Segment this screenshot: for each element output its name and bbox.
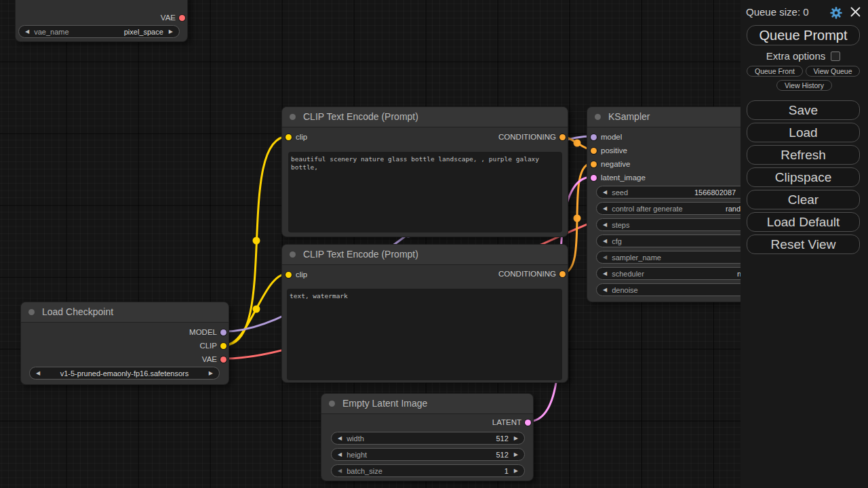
slot-clip-input-label: clip	[296, 268, 307, 281]
height-widget[interactable]: ◀ height 512 ▶	[331, 448, 525, 461]
queue-size-label: Queue size: 0	[746, 6, 809, 18]
node-load-checkpoint[interactable]: Load Checkpoint MODEL CLIP VAE ◀ v1-5-pr…	[20, 302, 229, 385]
view-queue-button[interactable]: View Queue	[806, 66, 860, 77]
prev-value-arrow-icon[interactable]: ◀	[338, 435, 342, 441]
collapse-dot-icon[interactable]	[28, 309, 35, 315]
slot-conditioning-output-label: CONDITIONING	[498, 267, 556, 281]
ckpt-name-widget[interactable]: ◀ v1-5-pruned-emaonly-fp16.safetensors ▶	[29, 367, 220, 380]
refresh-button[interactable]: Refresh	[747, 145, 860, 165]
prev-value-arrow-icon[interactable]: ◀	[603, 189, 607, 195]
comfy-menu-panel: Queue size: 0 Queue Prompt Extra options…	[741, 0, 868, 488]
width-widget[interactable]: ◀ width 512 ▶	[331, 432, 525, 445]
prev-value-arrow-icon[interactable]: ◀	[603, 254, 607, 260]
widget-label: vae_name	[34, 28, 68, 36]
prev-value-arrow-icon[interactable]: ◀	[603, 205, 607, 211]
collapse-dot-icon[interactable]	[595, 114, 601, 120]
reset-view-button[interactable]: Reset View	[747, 235, 860, 254]
next-value-arrow-icon[interactable]: ▶	[169, 28, 173, 35]
save-button[interactable]: Save	[747, 100, 860, 120]
slot-vae-output-label: VAE	[161, 11, 176, 24]
conditioning-output-port[interactable]	[559, 271, 566, 277]
prev-value-arrow-icon[interactable]: ◀	[25, 28, 29, 35]
collapse-dot-icon[interactable]	[329, 401, 335, 407]
prev-value-arrow-icon[interactable]: ◀	[603, 270, 607, 277]
slot-model-output-label: MODEL	[189, 325, 217, 339]
node-load-vae[interactable]: VAE ◀ vae_name pixel_space ▶	[15, 0, 188, 42]
queue-front-button[interactable]: Queue Front	[747, 66, 803, 77]
clipspace-button[interactable]: Clipspace	[747, 167, 860, 187]
collapse-dot-icon[interactable]	[290, 251, 296, 258]
prev-value-arrow-icon[interactable]: ◀	[603, 222, 607, 228]
node-title: Load Checkpoint	[21, 302, 229, 323]
slot-negative-input-label: negative	[601, 157, 630, 171]
clip-input-port[interactable]	[285, 272, 292, 278]
model-output-port[interactable]	[220, 329, 226, 336]
slot-clip-input-label: clip	[296, 130, 307, 144]
negative-input-port[interactable]	[591, 161, 597, 167]
close-icon[interactable]	[850, 6, 861, 18]
extra-options-label: Extra options	[766, 50, 826, 62]
conditioning-output-port[interactable]	[559, 134, 566, 140]
view-history-button[interactable]: View History	[776, 80, 832, 91]
prev-value-arrow-icon[interactable]: ◀	[338, 451, 342, 458]
extra-options-checkbox[interactable]	[831, 52, 840, 61]
queue-prompt-button[interactable]: Queue Prompt	[747, 25, 860, 45]
node-empty-latent-image[interactable]: Empty Latent Image LATENT ◀ width 512 ▶ …	[321, 393, 534, 481]
slot-model-input-label: model	[601, 130, 622, 144]
vae-output-port[interactable]	[179, 15, 185, 21]
clear-button[interactable]: Clear	[747, 190, 860, 209]
node-canvas[interactable]: VAE ◀ vae_name pixel_space ▶ CLIP Text E…	[0, 0, 868, 488]
slot-latent-image-input-label: latent_image	[601, 171, 646, 184]
next-value-arrow-icon[interactable]: ▶	[514, 451, 518, 458]
batch-size-widget[interactable]: ◀ batch_size 1 ▶	[331, 464, 525, 477]
latent-output-port[interactable]	[525, 420, 531, 426]
slot-latent-output-label: LATENT	[492, 415, 521, 429]
load-button[interactable]: Load	[747, 123, 860, 142]
next-value-arrow-icon[interactable]: ▶	[514, 468, 518, 474]
positive-input-port[interactable]	[591, 148, 597, 154]
prompt-textarea[interactable]: beautiful scenery nature glass bottle la…	[288, 152, 562, 232]
widget-value: pixel_space	[124, 28, 163, 36]
prev-value-arrow-icon[interactable]: ◀	[338, 468, 342, 474]
node-title: CLIP Text Encode (Prompt)	[282, 245, 568, 265]
clip-input-port[interactable]	[285, 134, 292, 140]
node-title: Empty Latent Image	[321, 394, 533, 414]
prev-value-arrow-icon[interactable]: ◀	[603, 287, 607, 293]
prompt-textarea[interactable]: text, watermark	[287, 289, 562, 380]
load-default-button[interactable]: Load Default	[747, 212, 860, 232]
node-clip-text-encode-positive[interactable]: CLIP Text Encode (Prompt) clip CONDITION…	[281, 106, 568, 237]
clip-output-port[interactable]	[220, 343, 226, 349]
slot-positive-input-label: positive	[601, 144, 627, 157]
next-value-arrow-icon[interactable]: ▶	[514, 435, 518, 441]
slot-vae-output-label: VAE	[202, 352, 217, 366]
settings-gear-icon[interactable]	[829, 6, 843, 20]
vae-name-widget[interactable]: ◀ vae_name pixel_space ▶	[18, 25, 180, 38]
node-clip-text-encode-negative[interactable]: CLIP Text Encode (Prompt) clip CONDITION…	[281, 244, 568, 383]
collapse-dot-icon[interactable]	[290, 114, 296, 120]
widget-value: v1-5-pruned-emaonly-fp16.safetensors	[30, 369, 219, 378]
latent-image-input-port[interactable]	[591, 175, 597, 181]
vae-output-port[interactable]	[220, 357, 226, 363]
slot-clip-output-label: CLIP	[199, 339, 217, 352]
slot-conditioning-output-label: CONDITIONING	[498, 130, 556, 144]
node-title: CLIP Text Encode (Prompt)	[282, 107, 568, 127]
model-input-port[interactable]	[591, 134, 597, 140]
prev-value-arrow-icon[interactable]: ◀	[603, 238, 607, 244]
